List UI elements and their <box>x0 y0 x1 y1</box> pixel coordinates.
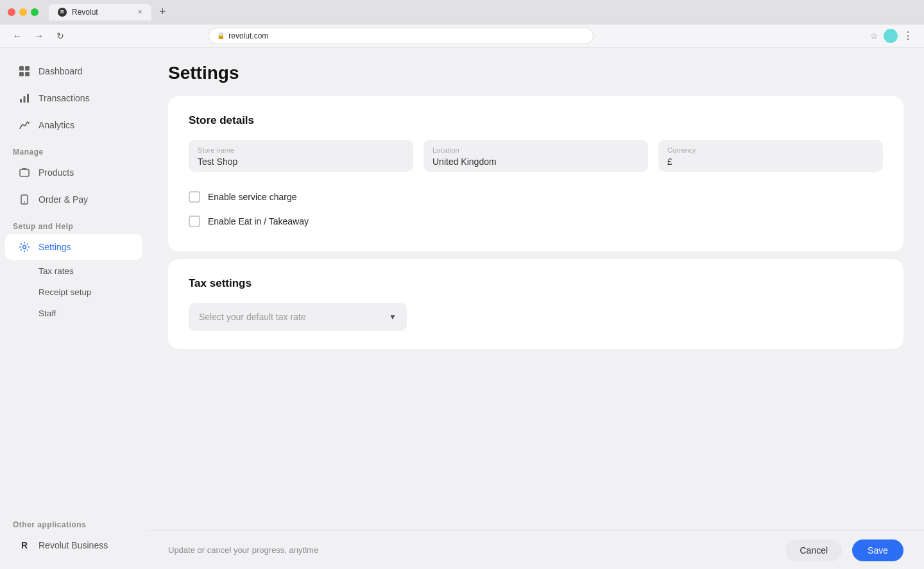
store-details-title: Store details <box>189 114 883 127</box>
reload-button[interactable]: ↻ <box>54 30 67 42</box>
fullscreen-button[interactable] <box>31 8 38 16</box>
main-content: Settings Store details Store name Locati… <box>148 47 924 531</box>
profile-avatar[interactable] <box>884 29 898 43</box>
sidebar-item-order-pay[interactable]: Order & Pay <box>5 187 142 212</box>
tab-close-icon[interactable]: ✕ <box>137 8 142 15</box>
minimize-button[interactable] <box>19 8 27 16</box>
sidebar-item-settings[interactable]: Settings <box>5 234 142 260</box>
bookmark-icon[interactable]: ☆ <box>870 31 878 41</box>
sidebar-item-revolut-business[interactable]: R Revolut Business <box>5 532 142 558</box>
transactions-icon <box>18 92 31 105</box>
service-charge-label: Enable service charge <box>208 192 297 202</box>
sidebar-item-transactions[interactable]: Transactions <box>5 85 142 111</box>
revolut-business-label: Revolut Business <box>38 540 108 550</box>
address-bar: ← → ↻ 🔒 revolut.com ☆ ⋮ <box>0 24 924 47</box>
store-details-form-row: Store name Location Currency <box>189 140 883 172</box>
svg-rect-6 <box>27 94 29 103</box>
sidebar-item-analytics[interactable]: Analytics <box>5 112 142 138</box>
location-field: Location <box>424 140 648 172</box>
svg-rect-5 <box>24 96 26 103</box>
tab-bar: R Revolut ✕ + <box>49 4 171 21</box>
store-name-label: Store name <box>198 146 234 154</box>
currency-field: Currency <box>658 140 883 172</box>
service-charge-row: Enable service charge <box>189 185 883 209</box>
sidebar-item-label: Dashboard <box>38 66 83 76</box>
sidebar: Dashboard Transactions Analytics <box>0 47 148 569</box>
svg-point-9 <box>24 201 25 203</box>
save-button[interactable]: Save <box>852 539 903 561</box>
tab-favicon: R <box>58 8 67 17</box>
currency-label: Currency <box>667 146 696 154</box>
active-tab[interactable]: R Revolut ✕ <box>49 4 151 21</box>
staff-label: Staff <box>38 309 56 318</box>
svg-rect-4 <box>20 99 22 103</box>
url-bar[interactable]: 🔒 revolut.com <box>209 28 594 44</box>
manage-section-title: Manage <box>0 139 148 159</box>
tax-rates-label: Tax rates <box>38 266 74 276</box>
svg-rect-3 <box>25 72 30 76</box>
app-layout: Dashboard Transactions Analytics <box>0 47 924 569</box>
svg-point-10 <box>23 246 26 249</box>
svg-rect-2 <box>19 72 24 76</box>
url-text: revolut.com <box>228 31 268 40</box>
sidebar-item-label: Products <box>38 167 74 178</box>
location-label: Location <box>432 146 459 154</box>
analytics-icon <box>18 119 31 132</box>
eat-in-checkbox[interactable] <box>189 216 200 227</box>
lock-icon: 🔒 <box>217 32 225 39</box>
revolut-business-icon: R <box>18 539 31 552</box>
location-input[interactable] <box>424 140 648 172</box>
order-pay-icon <box>18 193 31 206</box>
currency-input[interactable] <box>658 140 883 172</box>
browser-chrome: R Revolut ✕ + <box>0 0 924 24</box>
close-button[interactable] <box>8 8 15 16</box>
traffic-lights <box>8 8 38 16</box>
eat-in-label: Enable Eat in / Takeaway <box>208 216 309 226</box>
tax-settings-card: Tax settings Select your default tax rat… <box>168 259 903 349</box>
dashboard-icon <box>18 65 31 78</box>
eat-in-row: Enable Eat in / Takeaway <box>189 209 883 234</box>
svg-rect-0 <box>19 66 24 71</box>
service-charge-checkbox[interactable] <box>189 191 200 203</box>
tax-settings-title: Tax settings <box>189 277 883 290</box>
page-title: Settings <box>168 63 903 83</box>
settings-icon <box>18 241 31 253</box>
tax-rate-dropdown[interactable]: Select your default tax rate ▼ <box>189 303 407 331</box>
products-icon <box>18 166 31 179</box>
receipt-setup-label: Receipt setup <box>38 287 92 297</box>
sidebar-item-dashboard[interactable]: Dashboard <box>5 58 142 84</box>
footer-message: Update or cancel your progress, anytime <box>168 545 775 555</box>
other-section-title: Other applications <box>0 511 148 532</box>
address-actions: ☆ ⋮ <box>870 29 914 43</box>
sidebar-item-staff[interactable]: Staff <box>5 303 142 323</box>
sidebar-item-tax-rates[interactable]: Tax rates <box>5 261 142 281</box>
new-tab-button[interactable]: + <box>154 5 171 19</box>
sidebar-item-products[interactable]: Products <box>5 160 142 185</box>
forward-button[interactable]: → <box>32 30 46 42</box>
sidebar-item-label: Order & Pay <box>38 194 88 205</box>
browser-menu-icon[interactable]: ⋮ <box>903 30 914 42</box>
sidebar-item-label: Analytics <box>38 120 74 130</box>
cancel-button[interactable]: Cancel <box>785 539 842 561</box>
back-button[interactable]: ← <box>10 30 24 42</box>
sidebar-item-label: Transactions <box>38 93 90 103</box>
svg-rect-1 <box>25 66 30 71</box>
tax-rate-placeholder: Select your default tax rate <box>199 312 306 322</box>
tab-title: Revolut <box>72 8 98 17</box>
sidebar-item-label: Settings <box>38 242 71 252</box>
svg-rect-7 <box>20 169 29 176</box>
chevron-down-icon: ▼ <box>389 312 397 321</box>
store-name-input[interactable] <box>189 140 413 172</box>
sidebar-item-receipt-setup[interactable]: Receipt setup <box>5 282 142 302</box>
setup-section-title: Setup and Help <box>0 213 148 234</box>
store-details-card: Store details Store name Location Curren… <box>168 96 903 251</box>
store-name-field: Store name <box>189 140 413 172</box>
footer-bar: Update or cancel your progress, anytime … <box>148 531 924 569</box>
